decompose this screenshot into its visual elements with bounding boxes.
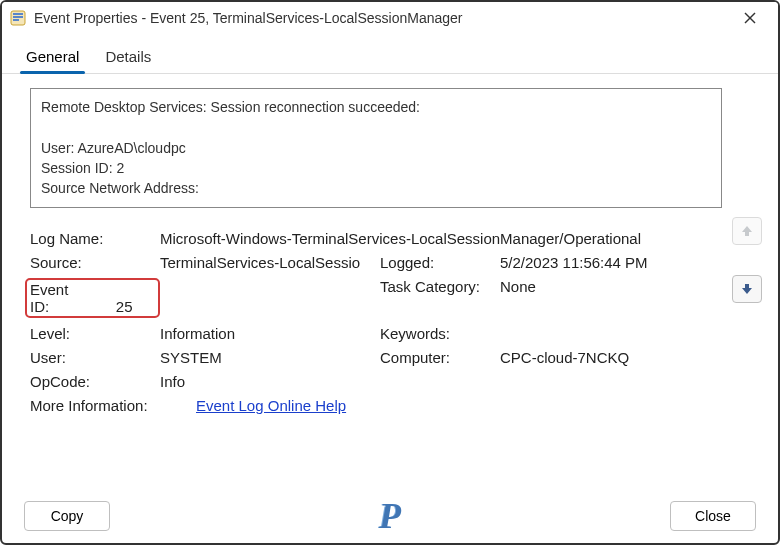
tab-details[interactable]: Details [99,42,157,73]
source-label: Source: [30,254,160,271]
level-value: Information [160,325,380,342]
logged-label: Logged: [380,254,500,271]
more-info-label: More Information: [30,397,190,414]
titlebar: Event Properties - Event 25, TerminalSer… [2,2,778,34]
tab-strip: General Details [2,34,778,74]
row-source-logged: Source: TerminalServices-LocalSessio Log… [30,254,722,271]
dialog-footer: Copy Close [2,501,778,531]
user-value: SYSTEM [160,349,380,366]
prev-event-button[interactable] [732,217,762,245]
row-opcode: OpCode: Info [30,373,722,390]
svg-rect-3 [13,19,19,21]
keywords-label: Keywords: [380,325,500,342]
user-label: User: [30,349,160,366]
level-label: Level: [30,325,160,342]
app-icon [10,10,26,26]
computer-label: Computer: [380,349,500,366]
arrow-down-icon [740,282,754,296]
opcode-value: Info [160,373,722,390]
logged-value: 5/2/2023 11:56:44 PM [500,254,722,271]
event-id-label: Event ID: 25 [30,278,160,318]
row-user-computer: User: SYSTEM Computer: CPC-cloud-7NCKQ [30,349,722,366]
next-event-button[interactable] [732,275,762,303]
event-fields: Log Name: Microsoft-Windows-TerminalServ… [30,230,722,414]
opcode-label: OpCode: [30,373,160,390]
row-log-name: Log Name: Microsoft-Windows-TerminalServ… [30,230,722,247]
log-name-label: Log Name: [30,230,160,247]
row-eventid-task: Event ID: 25 Task Category: None [30,278,722,318]
record-nav [732,217,762,303]
close-button[interactable]: Close [670,501,756,531]
computer-value: CPC-cloud-7NCKQ [500,349,722,366]
tab-general[interactable]: General [20,42,85,73]
log-name-value: Microsoft-Windows-TerminalServices-Local… [160,230,722,247]
general-panel: Remote Desktop Services: Session reconne… [2,74,778,431]
task-category-value: None [500,278,722,295]
event-description[interactable]: Remote Desktop Services: Session reconne… [30,88,722,208]
arrow-up-icon [740,224,754,238]
row-level-keywords: Level: Information Keywords: [30,325,722,342]
event-log-online-help-link[interactable]: Event Log Online Help [196,397,346,414]
svg-rect-1 [13,13,23,15]
source-value: TerminalServices-LocalSessio [160,254,380,271]
row-more-info: More Information: Event Log Online Help [30,397,722,414]
close-icon [744,12,756,24]
close-window-button[interactable] [730,4,770,32]
event-id-highlight: Event ID: 25 [25,278,160,318]
window-title: Event Properties - Event 25, TerminalSer… [34,10,730,26]
svg-rect-2 [13,16,23,18]
task-category-label: Task Category: [380,278,500,295]
copy-button[interactable]: Copy [24,501,110,531]
